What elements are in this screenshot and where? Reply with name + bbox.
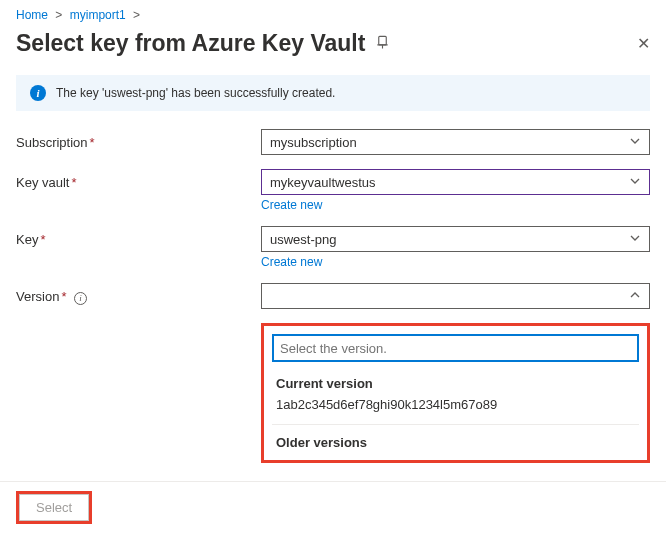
info-icon: i: [30, 85, 46, 101]
chevron-down-icon: [629, 175, 641, 190]
chevron-down-icon: [629, 135, 641, 150]
key-label: Key*: [16, 226, 261, 247]
breadcrumb-item[interactable]: myimport1: [70, 8, 126, 22]
breadcrumb: Home > myimport1 >: [0, 0, 666, 26]
keyvault-label: Key vault*: [16, 169, 261, 190]
key-select[interactable]: uswest-png: [261, 226, 650, 252]
keyvault-value: mykeyvaultwestus: [270, 175, 375, 190]
notification-banner: i The key 'uswest-png' has been successf…: [16, 75, 650, 111]
key-value: uswest-png: [270, 232, 336, 247]
row-keyvault: Key vault* mykeyvaultwestus Create new: [16, 169, 650, 212]
row-version: Version* i: [16, 283, 650, 309]
page-header: Select key from Azure Key Vault ✕: [0, 26, 666, 69]
form: Subscription* mysubscription Key vault* …: [0, 129, 666, 309]
page-title: Select key from Azure Key Vault: [16, 30, 365, 57]
chevron-down-icon: [629, 232, 641, 247]
select-button-highlight: Select: [16, 491, 92, 524]
select-button[interactable]: Select: [19, 494, 89, 521]
version-label: Version* i: [16, 283, 261, 305]
chevron-right-icon: >: [133, 8, 140, 22]
keyvault-create-link[interactable]: Create new: [261, 198, 322, 212]
close-icon[interactable]: ✕: [637, 34, 650, 53]
version-search-input[interactable]: [272, 334, 639, 362]
chevron-up-icon: [629, 289, 641, 304]
older-versions-header: Older versions: [272, 431, 639, 452]
version-dropdown-panel: Current version 1ab2c345d6ef78ghi90k1234…: [261, 323, 650, 463]
footer: Select: [0, 481, 666, 533]
chevron-right-icon: >: [55, 8, 62, 22]
breadcrumb-home[interactable]: Home: [16, 8, 48, 22]
current-version-header: Current version: [272, 372, 639, 393]
pin-icon[interactable]: [375, 35, 390, 53]
version-select[interactable]: [261, 283, 650, 309]
row-key: Key* uswest-png Create new: [16, 226, 650, 269]
subscription-value: mysubscription: [270, 135, 357, 150]
key-create-link[interactable]: Create new: [261, 255, 322, 269]
row-subscription: Subscription* mysubscription: [16, 129, 650, 155]
info-icon[interactable]: i: [74, 292, 87, 305]
notification-text: The key 'uswest-png' has been successful…: [56, 86, 335, 100]
subscription-label: Subscription*: [16, 129, 261, 150]
svg-rect-0: [379, 36, 387, 44]
divider: [272, 424, 639, 425]
keyvault-select[interactable]: mykeyvaultwestus: [261, 169, 650, 195]
version-option-current[interactable]: 1ab2c345d6ef78ghi90k1234l5m67o89: [272, 393, 639, 422]
subscription-select[interactable]: mysubscription: [261, 129, 650, 155]
